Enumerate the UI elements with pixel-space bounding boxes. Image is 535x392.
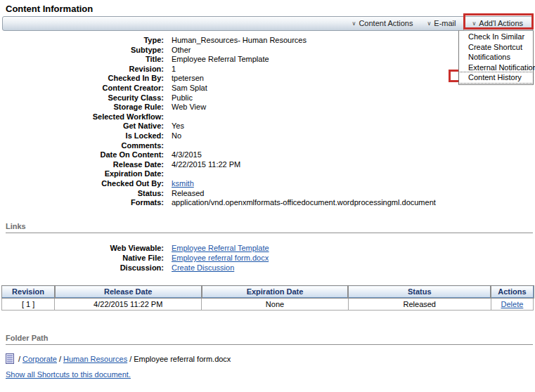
- metadata-row: Title:Employee Referral Template: [6, 55, 534, 65]
- field-label: Title:: [6, 55, 164, 65]
- metadata-row: Date On Content:4/3/2015: [6, 150, 534, 160]
- links-section-title: Links: [6, 222, 533, 233]
- field-value: 1: [172, 65, 176, 73]
- metadata-row: Comments:: [6, 141, 534, 151]
- release-date-cell: 4/22/2015 11:22 PM: [55, 298, 202, 311]
- menu-item-check-in-similar[interactable]: Check In Similar: [459, 32, 533, 42]
- menu-item-create-shortcut[interactable]: Create Shortcut: [459, 42, 533, 53]
- field-label: Is Locked:: [6, 131, 164, 141]
- chevron-down-icon: [352, 20, 356, 27]
- revisions-table: Revision Release Date Expiration Date St…: [1, 285, 534, 311]
- menu-item-notifications[interactable]: Notifications: [459, 52, 533, 63]
- metadata-row: Security Class:Public: [6, 93, 534, 103]
- field-value: 4/3/2015: [172, 150, 202, 159]
- metadata-row: Release Date:4/22/2015 11:22 PM: [6, 160, 534, 170]
- field-label: Comments:: [6, 141, 164, 151]
- metadata-row: Content Creator:Sam Splat: [6, 84, 534, 93]
- field-label: Native File:: [6, 253, 164, 263]
- links-row: Native File:Employee referral form.docx: [6, 253, 269, 263]
- metadata-panel: Type:Human_Resources- Human Resources Su…: [6, 36, 534, 208]
- expiration-date-cell: None: [202, 298, 348, 311]
- field-value: Other: [172, 46, 191, 54]
- checked-out-by-link[interactable]: ksmith: [172, 179, 194, 188]
- metadata-row: Is Locked:No: [6, 131, 534, 141]
- revision-cell: [ 1 ]: [2, 298, 55, 311]
- column-header-expiration-date: Expiration Date: [202, 286, 348, 298]
- field-label: Subtype:: [6, 46, 164, 55]
- menu-item-external-notifications[interactable]: External Notifications: [459, 63, 533, 73]
- metadata-row: Selected Workflow:: [6, 112, 534, 122]
- field-label: Selected Workflow:: [6, 112, 164, 122]
- field-value: Employee Referral Template: [172, 55, 269, 63]
- table-header-row: Revision Release Date Expiration Date St…: [2, 286, 534, 298]
- metadata-row: Checked Out By:ksmith: [6, 179, 534, 189]
- metadata-row: Status:Released: [6, 189, 534, 199]
- action-toolbar: Content Actions E-mail Add'l Actions: [2, 16, 534, 31]
- content-information-page: Content Information Content Actions E-ma…: [0, 0, 535, 392]
- column-header-actions: Actions: [491, 286, 533, 298]
- content-item-icon: [6, 353, 14, 367]
- chevron-down-icon: [427, 20, 431, 27]
- field-label: Security Class:: [6, 93, 164, 103]
- field-value: Released: [172, 189, 204, 197]
- menu-item-content-history[interactable]: Content History: [459, 72, 533, 83]
- column-header-revision: Revision: [2, 286, 55, 298]
- field-label: Get Native:: [6, 122, 164, 131]
- field-label: Storage Rule:: [6, 103, 164, 112]
- field-label: Checked Out By:: [6, 179, 164, 189]
- column-header-release-date: Release Date: [55, 286, 202, 298]
- delete-link[interactable]: Delete: [501, 300, 524, 308]
- email-menu-button[interactable]: E-mail: [420, 17, 463, 31]
- breadcrumb-link-corporate[interactable]: Corporate: [22, 355, 57, 363]
- column-header-status: Status: [348, 286, 491, 298]
- field-label: Revision:: [6, 65, 164, 74]
- field-value: Human_Resources- Human Resources: [172, 36, 307, 44]
- show-all-shortcuts-link[interactable]: Show all Shortcuts to this document.: [6, 370, 131, 379]
- addl-actions-menu-button[interactable]: Add'l Actions: [463, 17, 534, 31]
- addl-actions-menu-label: Add'l Actions: [479, 19, 523, 27]
- field-label: Type:: [6, 36, 164, 46]
- breadcrumb-link-human-resources[interactable]: Human Resources: [63, 355, 127, 363]
- metadata-row: Get Native:Yes: [6, 122, 534, 131]
- content-actions-menu-button[interactable]: Content Actions: [345, 17, 420, 31]
- metadata-row: Type:Human_Resources- Human Resources: [6, 36, 534, 46]
- breadcrumb-current-document: Employee referral form.docx: [134, 355, 231, 363]
- field-label: Date On Content:: [6, 150, 164, 160]
- links-row: Web Viewable:Employee Referral Template: [6, 243, 269, 253]
- field-label: Web Viewable:: [6, 243, 164, 253]
- status-cell: Released: [348, 298, 491, 311]
- field-value: Public: [172, 93, 193, 102]
- field-label: Status:: [6, 189, 164, 199]
- field-value: application/vnd.openxmlformats-officedoc…: [172, 198, 436, 207]
- breadcrumb-separator: /: [18, 355, 20, 363]
- create-discussion-link[interactable]: Create Discussion: [172, 263, 234, 272]
- metadata-row: Expiration Date:: [6, 169, 534, 179]
- field-value: Sam Splat: [172, 84, 207, 92]
- field-label: Release Date:: [6, 160, 164, 170]
- native-file-link[interactable]: Employee referral form.docx: [172, 254, 269, 262]
- breadcrumb: /Corporate/Human Resources/Employee refe…: [6, 353, 231, 367]
- addl-actions-dropdown: Check In Similar Create Shortcut Notific…: [458, 30, 534, 85]
- links-section: Web Viewable:Employee Referral Template …: [6, 243, 269, 273]
- web-viewable-link[interactable]: Employee Referral Template: [172, 244, 269, 252]
- field-label: Discussion:: [6, 263, 164, 273]
- table-row: [ 1 ] 4/22/2015 11:22 PM None Released D…: [2, 298, 534, 311]
- metadata-row: Revision:1: [6, 65, 534, 74]
- field-value: tpetersen: [172, 74, 204, 82]
- links-row: Discussion:Create Discussion: [6, 263, 269, 273]
- field-label: Checked In By:: [6, 74, 164, 84]
- metadata-row: Subtype:Other: [6, 46, 534, 55]
- folder-path-section-title: Folder Path: [6, 334, 533, 345]
- content-actions-menu-label: Content Actions: [359, 19, 413, 27]
- breadcrumb-separator: /: [59, 355, 61, 363]
- field-value: No: [172, 131, 181, 140]
- field-value: Web View: [172, 103, 206, 111]
- field-label: Content Creator:: [6, 84, 164, 93]
- field-label: Expiration Date:: [6, 169, 164, 179]
- field-value: 4/22/2015 11:22 PM: [172, 160, 240, 169]
- field-value: Yes: [172, 122, 184, 130]
- metadata-row: Storage Rule:Web View: [6, 103, 534, 112]
- email-menu-label: E-mail: [434, 19, 456, 27]
- page-title: Content Information: [6, 4, 93, 14]
- breadcrumb-separator: /: [129, 355, 131, 363]
